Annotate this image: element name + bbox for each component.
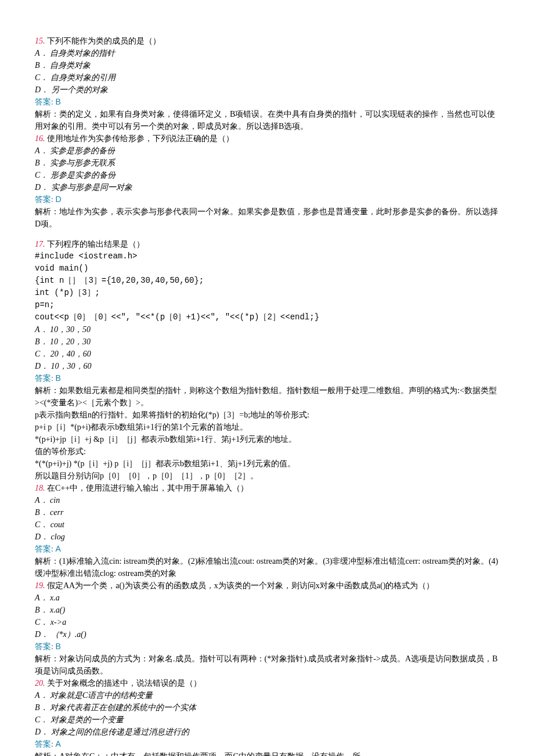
option-a: A． x.a [35,592,499,604]
option-a: A． 自身类对象的指针 [35,47,499,59]
explanation: 值的等价形式: [35,445,499,458]
option-d: D． 对象之间的信息传递是通过消息进行的 [35,726,499,738]
answer-line: 答案: A [35,738,499,750]
answer-label: 答案: [35,545,55,553]
explanation: 所以题目分别访问p［0］［0］，p［0］［1］，p［0］［2］。 [35,470,499,482]
code-line: {int n［］［3］={10,20,30,40,50,60}; [35,275,499,287]
option-b: B． x.a() [35,604,499,616]
answer-value: B [55,642,60,651]
answer-line: 答案: A [35,543,499,555]
option-c: C． 自身类对象的引用 [35,71,499,84]
question-15: 15. 下列不能作为类的成员的是（） [35,35,499,47]
option-d: D． clog [35,531,499,543]
question-text: 关于对象概念的描述中，说法错误的是（） [45,679,202,687]
question-number: 16. [35,134,45,143]
answer-label: 答案: [35,195,55,204]
explanation: *(p+i)+jp［i］+j &p［i］［j］都表示b数组第i+1行、第j+1列… [35,433,499,445]
answer-label: 答案: [35,642,55,651]
question-text: 下列不能作为类的成员的是（） [45,37,161,45]
question-number: 20. [35,679,45,687]
answer-label: 答案: [35,98,55,106]
explanation: *(*(p+i)+j) *(p［i］+j) p［i］［j］都表示b数组第i+1、… [35,458,499,470]
option-d: D． 10，30，60 [35,360,499,372]
question-number: 15. [35,37,45,45]
answer-line: 答案: D [35,193,499,206]
option-b: B． cerr [35,506,499,519]
question-18: 18. 在C++中，使用流进行输入输出，其中用于屏幕输入（） [35,482,499,494]
explanation: p表示指向数组n的行指针。如果将指针的初始化(*p)［3］=b;地址的等价形式: [35,409,499,421]
question-16: 16. 使用地址作为实参传给形参，下列说法正确的是（） [35,132,499,145]
option-a: A． cin [35,494,499,506]
option-a: A． 对象就是C语言中的结构变量 [35,689,499,701]
option-b: B． 对象代表着正在创建的系统中的一个实体 [35,701,499,714]
option-c: C． 形参是实参的备份 [35,169,499,181]
code-line: void main() [35,262,499,275]
question-text: 假定AA为一个类，a()为该类公有的函数成员，x为该类的一个对象，则访问x对象中… [45,581,435,590]
explanation: 解析：类的定义，如果有自身类对象，使得循环定义，B项错误。在类中具有自身类的指针… [35,108,499,132]
spacer [35,230,499,238]
question-number: 17. [35,240,45,249]
code-line: #include <iostream.h> [35,250,499,262]
explanation: 解析：如果数组元素都是相同类型的指针，则称这个数组为指针数组。指针数组一般用于处… [35,384,499,409]
option-c: C． x->a [35,616,499,628]
answer-value: B [55,97,60,106]
answer-line: 答案: B [35,640,499,653]
option-c: C． cout [35,519,499,531]
code-line: int (*p)［3］; [35,287,499,299]
answer-line: 答案: B [35,96,499,108]
option-d: D． 实参与形参是同一对象 [35,181,499,193]
question-text: 使用地址作为实参传给形参，下列说法正确的是（） [45,134,234,143]
code-line: cout<<p［0］［0］<<", "<<*(p［0］+1)<<", "<<(*… [35,311,499,323]
question-20: 20. 关于对象概念的描述中，说法错误的是（） [35,677,499,689]
answer-value: B [55,373,60,383]
answer-label: 答案: [35,374,55,383]
option-a: A． 10，30，50 [35,323,499,336]
question-text: 下列程序的输出结果是（） [45,240,145,249]
option-c: C． 20，40，60 [35,348,499,360]
option-a: A． 实参是形参的备份 [35,145,499,157]
explanation: 解析：地址作为实参，表示实参与形参代表同一个对象。如果实参是数值，形参也是普通变… [35,206,499,230]
explanation: p+i p［i］*(p+i)都表示b数组第i+1行的第1个元素的首地址。 [35,421,499,433]
explanation: 解析：A对象在C＋＋中才有，包括数据和操作两项，而C中的变量只有数据，没有操作。… [35,750,499,756]
answer-line: 答案: B [35,372,499,384]
question-number: 18. [35,484,45,492]
option-d: D． 另一个类的对象 [35,84,499,96]
explanation: 解析：对象访问成员的方式为：对象名.成员。指针可以有两种：(*对象指针).成员或… [35,653,499,677]
option-c: C． 对象是类的一个变量 [35,714,499,726]
option-b: B． 自身类对象 [35,59,499,71]
answer-value: A [55,544,60,553]
question-17: 17. 下列程序的输出结果是（） [35,238,499,250]
question-19: 19. 假定AA为一个类，a()为该类公有的函数成员，x为该类的一个对象，则访问… [35,579,499,592]
answer-value: A [55,739,60,748]
explanation: 解析：(1)标准输入流cin: istream类的对象。(2)标准输出流cout… [35,555,499,579]
option-b: B． 10，20，30 [35,336,499,348]
question-text: 在C++中，使用流进行输入输出，其中用于屏幕输入（） [45,484,249,492]
answer-value: D [55,195,61,204]
option-d: D． （*x）.a() [35,628,499,640]
code-line: p=n; [35,299,499,311]
option-b: B． 实参与形参无联系 [35,157,499,169]
question-number: 19. [35,581,45,590]
answer-label: 答案: [35,740,55,748]
